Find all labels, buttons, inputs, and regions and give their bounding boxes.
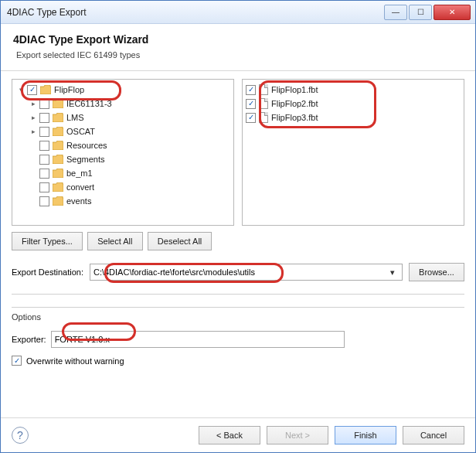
- exporter-label: Exporter:: [12, 335, 46, 344]
- browse-button[interactable]: Browse...: [409, 263, 464, 281]
- expander-icon: [29, 183, 38, 192]
- list-item-label: FlipFlop3.fbt: [271, 113, 318, 122]
- page-title: 4DIAC Type Export Wizard: [13, 33, 463, 46]
- next-button: Next >: [267, 426, 328, 444]
- tree-checkbox[interactable]: [39, 196, 49, 206]
- folder-icon: [53, 127, 63, 136]
- list-row[interactable]: FlipFlop1.fbt: [244, 83, 462, 97]
- exporter-value: FORTE V1.0.x: [55, 335, 110, 344]
- page-subtitle: Export selected IEC 61499 types: [13, 50, 463, 60]
- expander-icon: [29, 155, 38, 164]
- divider: [12, 294, 464, 295]
- list-checkbox[interactable]: [246, 113, 256, 123]
- list-checkbox[interactable]: [246, 85, 256, 95]
- tree-item-label: be_m1: [66, 169, 93, 178]
- folder-icon: [53, 169, 63, 178]
- list-checkbox[interactable]: [246, 99, 256, 109]
- tree-checkbox[interactable]: [39, 141, 49, 151]
- list-row[interactable]: FlipFlop2.fbt: [244, 97, 462, 111]
- tree-item-label: IEC61131-3: [66, 99, 112, 108]
- tree-checkbox[interactable]: [39, 182, 49, 192]
- cancel-button[interactable]: Cancel: [403, 426, 464, 444]
- expander-icon[interactable]: ▸: [29, 100, 38, 108]
- tree-row[interactable]: Segments: [14, 152, 232, 166]
- chevron-down-icon[interactable]: ▾: [386, 267, 399, 278]
- back-button[interactable]: < Back: [199, 426, 260, 444]
- tree-item-label: OSCAT: [66, 127, 95, 136]
- folder-icon: [53, 99, 63, 108]
- titlebar: 4DIAC Type Export — ☐ ✕: [1, 1, 475, 24]
- overwrite-label: Overwrite without warning: [26, 356, 124, 366]
- tree-item-label: convert: [66, 182, 94, 192]
- export-destination-label: Export Destination:: [12, 267, 83, 277]
- filter-types-button[interactable]: Filter Types...: [12, 232, 83, 250]
- export-destination-combo[interactable]: ▾: [90, 264, 403, 281]
- tree-item-label: LMS: [66, 113, 84, 122]
- tree-row[interactable]: ▸LMS: [14, 111, 232, 124]
- tree-checkbox[interactable]: [39, 127, 49, 137]
- file-icon: [259, 98, 268, 109]
- list-row[interactable]: FlipFlop3.fbt: [244, 111, 462, 124]
- wizard-header: 4DIAC Type Export Wizard Export selected…: [1, 24, 475, 71]
- exporter-select[interactable]: FORTE V1.0.x: [51, 331, 345, 348]
- tree-item-label: Resources: [66, 141, 107, 150]
- close-button[interactable]: ✕: [434, 5, 471, 20]
- tree-checkbox[interactable]: [39, 155, 49, 165]
- file-icon: [259, 112, 268, 123]
- tree-checkbox[interactable]: [39, 113, 49, 123]
- expander-icon[interactable]: ▸: [29, 114, 38, 122]
- tree-row[interactable]: Resources: [14, 138, 232, 152]
- type-file-list[interactable]: FlipFlop1.fbtFlipFlop2.fbtFlipFlop3.fbt: [242, 79, 464, 226]
- tree-row[interactable]: events: [14, 194, 232, 208]
- minimize-button[interactable]: —: [384, 5, 407, 20]
- folder-icon: [53, 141, 63, 150]
- type-tree[interactable]: ▾FlipFlop▸IEC61131-3▸LMS▸OSCATResourcesS…: [12, 79, 234, 226]
- tree-checkbox[interactable]: [39, 169, 49, 179]
- expander-icon: [29, 169, 38, 178]
- help-icon[interactable]: ?: [12, 427, 29, 444]
- folder-icon: [40, 85, 51, 94]
- finish-button[interactable]: Finish: [335, 426, 396, 444]
- tree-checkbox[interactable]: [27, 85, 37, 95]
- expander-icon: [29, 141, 38, 150]
- folder-icon: [53, 155, 63, 164]
- tree-row[interactable]: convert: [14, 180, 232, 194]
- expander-icon: [29, 197, 38, 206]
- overwrite-checkbox[interactable]: [12, 356, 22, 366]
- tree-row[interactable]: ▸IEC61131-3: [14, 97, 232, 111]
- folder-icon: [53, 196, 63, 206]
- tree-row[interactable]: ▾FlipFlop: [14, 83, 232, 97]
- maximize-button[interactable]: ☐: [409, 5, 432, 20]
- tree-row[interactable]: be_m1: [14, 166, 232, 180]
- tree-item-label: Segments: [66, 155, 105, 164]
- tree-item-label: events: [66, 196, 91, 206]
- window-title: 4DIAC Type Export: [7, 7, 382, 18]
- folder-icon: [53, 182, 63, 192]
- list-item-label: FlipFlop2.fbt: [271, 99, 318, 108]
- folder-icon: [53, 113, 63, 122]
- export-destination-input[interactable]: [94, 267, 386, 277]
- options-group-label: Options: [12, 312, 464, 322]
- expander-icon[interactable]: ▾: [17, 86, 26, 94]
- expander-icon[interactable]: ▸: [29, 128, 38, 136]
- file-icon: [259, 84, 268, 95]
- tree-row[interactable]: ▸OSCAT: [14, 124, 232, 138]
- tree-item-label: FlipFlop: [54, 85, 84, 94]
- select-all-button[interactable]: Select All: [87, 232, 143, 250]
- deselect-all-button[interactable]: Deselect All: [148, 232, 212, 250]
- list-item-label: FlipFlop1.fbt: [271, 85, 318, 94]
- tree-checkbox[interactable]: [39, 99, 49, 109]
